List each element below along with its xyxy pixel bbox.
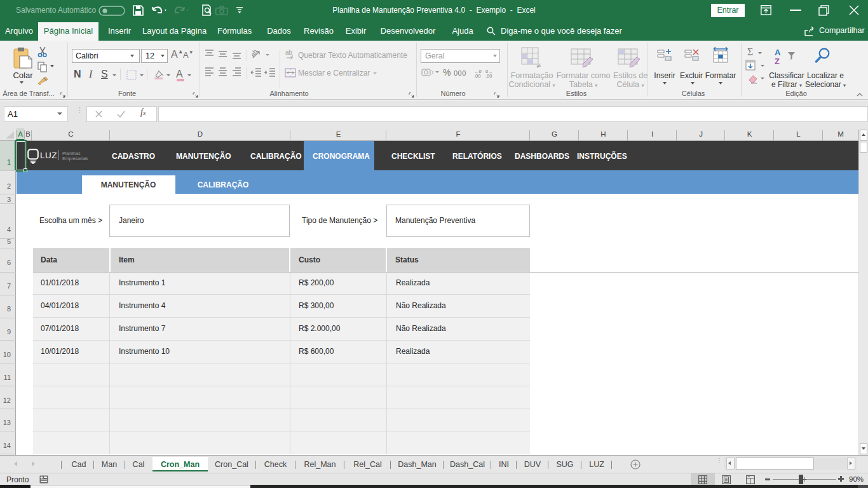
svg-text:Z: Z [775, 57, 780, 66]
svg-text:A: A [775, 48, 781, 57]
svg-text:≠: ≠ [536, 61, 541, 70]
svg-text:ab: ab [285, 49, 293, 56]
svg-text:ab: ab [252, 49, 259, 58]
svg-text:.00: .00 [485, 73, 492, 78]
svg-text:.00: .00 [474, 73, 480, 78]
